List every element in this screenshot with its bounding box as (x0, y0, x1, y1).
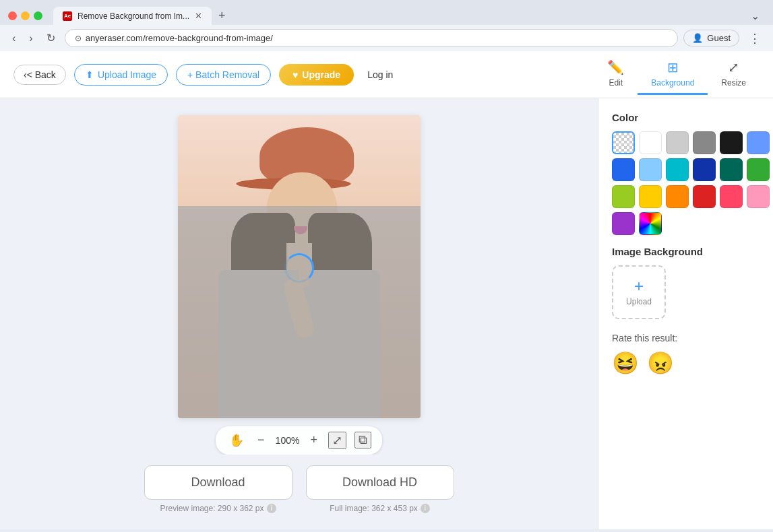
right-panel: Color (598, 98, 773, 529)
emoji-happy: 😆 (612, 351, 639, 375)
tab-bar: Ae Remove Background from Im... ✕ + (53, 7, 230, 25)
resize-icon: ⤢ (728, 59, 739, 75)
zoom-hand-button[interactable]: ✋ (226, 433, 247, 448)
color-orange[interactable] (666, 185, 689, 208)
color-yellow[interactable] (639, 185, 662, 208)
emoji-angry: 😠 (647, 351, 674, 375)
close-window-button[interactable] (8, 11, 17, 20)
login-button[interactable]: Log in (367, 69, 393, 80)
preview-info-text: Preview image: 290 x 362 px (160, 504, 264, 513)
batch-removal-button[interactable]: + Batch Removal (176, 64, 271, 86)
upload-image-button[interactable]: ⬆ Upload Image (74, 64, 168, 86)
download-col-hd: Download HD Full image: 362 x 453 px i (306, 465, 454, 513)
color-rainbow[interactable] (639, 212, 662, 235)
color-white[interactable] (639, 131, 662, 154)
color-blue-light[interactable] (747, 131, 770, 154)
active-tab[interactable]: Ae Remove Background from Im... ✕ (53, 7, 212, 25)
rate-section: Rate this result: 😆 😠 (612, 333, 760, 376)
info-icon: i (267, 504, 276, 513)
download-section: Download Preview image: 290 x 362 px i D… (144, 455, 454, 513)
image-background-section: Image Background + Upload (612, 246, 760, 319)
download-info-standard: Preview image: 290 x 362 px i (160, 504, 276, 513)
url-text: anyeraser.com/remove-background-from-ima… (86, 33, 669, 43)
address-bar: ‹ › ↻ ⊙ anyeraser.com/remove-background-… (0, 25, 773, 51)
tab-edit[interactable]: ✏️ Edit (594, 54, 638, 95)
edit-icon: ✏️ (607, 59, 624, 75)
color-yellow-green[interactable] (612, 185, 635, 208)
color-grid (612, 131, 760, 235)
tab-close-button[interactable]: ✕ (195, 11, 202, 21)
download-button[interactable]: Download (144, 465, 292, 500)
download-hd-button[interactable]: Download HD (306, 465, 454, 500)
color-sky-blue[interactable] (639, 158, 662, 181)
user-label: Guest (707, 33, 731, 43)
minimize-window-button[interactable] (21, 11, 30, 20)
arc-spinner (284, 253, 314, 283)
color-purple[interactable] (612, 212, 635, 235)
more-options-button[interactable]: ⋮ (745, 31, 765, 46)
tab-title: Remove Background from Im... (78, 11, 189, 21)
color-black[interactable] (720, 131, 743, 154)
emoji-angry-button[interactable]: 😠 (647, 350, 674, 376)
image-bg-title: Image Background (612, 246, 760, 257)
upgrade-label: Upgrade (302, 69, 340, 80)
color-green[interactable] (747, 158, 770, 181)
tab-end-button[interactable]: ⌄ (745, 9, 765, 22)
rate-title: Rate this result: (612, 333, 760, 343)
zoom-controls: ✋ − 100% + ⤢ ⧉ (216, 426, 382, 455)
url-bar[interactable]: ⊙ anyeraser.com/remove-background-from-i… (65, 29, 679, 47)
zoom-expand-button[interactable]: ⤢ (328, 432, 346, 449)
color-dark-gray[interactable] (693, 131, 716, 154)
image-display (178, 115, 421, 418)
color-section-title: Color (612, 112, 760, 123)
download-info-hd: Full image: 362 x 453 px i (330, 504, 430, 513)
url-icon: ⊙ (75, 34, 82, 43)
full-info-text: Full image: 362 x 453 px (330, 504, 418, 513)
resize-label: Resize (721, 78, 746, 88)
zoom-level: 100% (276, 435, 300, 446)
back-label: < Back (27, 69, 56, 80)
forward-nav-button[interactable]: › (25, 31, 36, 46)
user-icon: 👤 (692, 33, 703, 43)
maximize-window-button[interactable] (34, 11, 42, 20)
color-light-gray[interactable] (666, 131, 689, 154)
traffic-lights (8, 11, 42, 20)
app-header: ‹ < Back ⬆ Upload Image + Batch Removal … (0, 51, 773, 98)
color-dark-blue[interactable] (693, 158, 716, 181)
back-nav-button[interactable]: ‹ (8, 31, 20, 46)
background-label: Background (651, 78, 694, 88)
user-button[interactable]: 👤 Guest (683, 30, 739, 46)
plus-icon: + (634, 278, 644, 294)
tab-background[interactable]: ⊞ Background (638, 54, 708, 95)
download-col-standard: Download Preview image: 290 x 362 px i (144, 465, 292, 513)
color-teal[interactable] (666, 158, 689, 181)
zoom-in-button[interactable]: + (307, 433, 320, 447)
batch-label: + Batch Removal (187, 69, 259, 80)
upload-icon: ⬆ (86, 69, 94, 80)
zoom-split-button[interactable]: ⧉ (354, 432, 371, 448)
edit-label: Edit (609, 78, 623, 88)
zoom-out-button[interactable]: − (255, 433, 268, 447)
color-blue[interactable] (612, 158, 635, 181)
info-icon-hd: i (421, 504, 430, 513)
login-label: Log in (367, 69, 393, 80)
color-red[interactable] (693, 185, 716, 208)
color-dark-teal[interactable] (720, 158, 743, 181)
back-button[interactable]: ‹ < Back (13, 65, 66, 85)
upload-bg-button[interactable]: + Upload (612, 265, 666, 319)
color-transparent[interactable] (612, 131, 635, 154)
image-wrapper[interactable] (178, 115, 421, 418)
color-pink-red[interactable] (720, 185, 743, 208)
loading-spinner (284, 253, 314, 283)
heart-icon: ♥ (292, 69, 298, 80)
upload-label: Upload Image (98, 69, 156, 80)
background-icon: ⊞ (667, 59, 679, 75)
refresh-button[interactable]: ↻ (42, 30, 59, 46)
tab-resize[interactable]: ⤢ Resize (708, 54, 760, 95)
tab-favicon: Ae (63, 11, 72, 21)
color-pink[interactable] (747, 185, 770, 208)
loading-overlay (178, 206, 421, 418)
new-tab-button[interactable]: + (214, 9, 230, 23)
upgrade-button[interactable]: ♥ Upgrade (279, 64, 354, 86)
emoji-happy-button[interactable]: 😆 (612, 350, 639, 376)
